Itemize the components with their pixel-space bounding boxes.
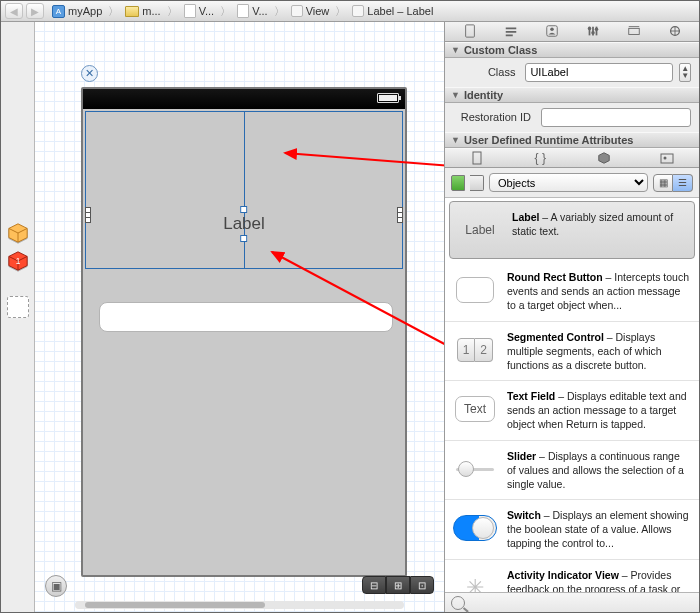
object-library-list[interactable]: Label Label – A variably sized amount of… xyxy=(445,198,699,592)
uitextfield[interactable] xyxy=(99,302,393,332)
svg-marker-21 xyxy=(599,153,610,164)
library-list-view[interactable]: ☰ xyxy=(673,174,693,192)
crumb-project[interactable]: A myApp xyxy=(49,1,107,21)
restoration-id-label: Restoration ID xyxy=(453,111,531,123)
svg-rect-6 xyxy=(505,28,516,30)
resize-handle-bottom[interactable] xyxy=(240,235,247,242)
crumb-project-label: myApp xyxy=(68,5,102,17)
size-inspector-tab[interactable] xyxy=(621,22,647,40)
lib-item-name: Label xyxy=(512,211,539,223)
library-item-activity-indicator[interactable]: ✳︎ Activity Indicator View – Provides fe… xyxy=(445,560,699,592)
section-udra[interactable]: ▼User Defined Runtime Attributes xyxy=(445,132,699,148)
restoration-id-field[interactable] xyxy=(541,108,691,127)
attributes-inspector-tab[interactable] xyxy=(580,22,606,40)
lib-item-name: Text Field xyxy=(507,390,555,402)
svg-rect-22 xyxy=(661,154,673,163)
crumb-folder-label: m... xyxy=(142,5,160,17)
media-library-tab[interactable] xyxy=(654,149,680,167)
library-item-slider[interactable]: Slider – Displays a continuous range of … xyxy=(445,441,699,501)
uilabel-text: Label xyxy=(223,214,265,233)
align-button[interactable]: ⊟ xyxy=(362,576,386,594)
class-field[interactable] xyxy=(525,63,673,82)
file-template-library-tab[interactable] xyxy=(464,149,490,167)
lib-item-name: Round Rect Button xyxy=(507,271,603,283)
pin-button[interactable]: ⊞ xyxy=(386,576,410,594)
library-filter-select[interactable]: Objects xyxy=(489,173,648,192)
quick-help-tab[interactable] xyxy=(498,22,524,40)
crumb-file1-label: V... xyxy=(199,5,215,17)
nav-forward-button[interactable]: ▶ xyxy=(26,3,44,19)
class-label: Class xyxy=(453,66,515,78)
thumb-switch-icon xyxy=(453,515,497,541)
device-view[interactable]: ✕ Label xyxy=(81,87,407,577)
first-responder-icon[interactable]: 1 xyxy=(7,250,29,272)
interface-builder-canvas[interactable]: ✕ Label ▣ ⊟ ⊞ xyxy=(35,22,444,612)
file-inspector-tab[interactable] xyxy=(457,22,483,40)
svg-point-16 xyxy=(594,28,598,32)
thumb-button-icon xyxy=(456,277,494,303)
object-library-tab[interactable] xyxy=(591,149,617,167)
crumb-current-label: Label – Label xyxy=(367,5,433,17)
library-scope-icon[interactable] xyxy=(451,175,465,191)
svg-rect-17 xyxy=(628,29,639,35)
svg-rect-7 xyxy=(505,31,516,33)
crumb-file2-label: V... xyxy=(252,5,268,17)
section-custom-class[interactable]: ▼Custom Class xyxy=(445,42,699,58)
status-bar xyxy=(83,89,405,109)
crumb-file-2[interactable]: V... xyxy=(234,1,273,21)
svg-rect-5 xyxy=(465,25,474,37)
library-grid-view[interactable]: ▦ xyxy=(653,174,673,192)
resize-handle-top[interactable] xyxy=(240,206,247,213)
library-search-bar[interactable] xyxy=(445,592,699,612)
jump-bar: ◀ ▶ A myApp 〉 m... 〉 V... 〉 V... 〉 View … xyxy=(1,1,699,22)
uilabel-selected[interactable]: Label xyxy=(223,214,265,234)
canvas-horizontal-scrollbar[interactable] xyxy=(75,601,404,609)
identity-inspector-tab[interactable] xyxy=(539,22,565,40)
library-item-text-field[interactable]: Text Text Field – Displays editable text… xyxy=(445,381,699,441)
crumb-view-label: View xyxy=(306,5,330,17)
thumb-spinner-icon: ✳︎ xyxy=(466,575,484,592)
section-identity-label: Identity xyxy=(464,89,503,101)
close-scene-button[interactable]: ✕ xyxy=(81,65,98,82)
utilities-panel: ▼Custom Class Class ▲▼ ▼Identity Restora… xyxy=(444,22,699,612)
svg-text:1: 1 xyxy=(15,257,20,266)
thumb-label-icon: Label xyxy=(465,223,494,237)
nav-back-button[interactable]: ◀ xyxy=(5,3,23,19)
battery-icon xyxy=(377,93,399,103)
thumb-segmented-icon: 12 xyxy=(457,338,493,362)
lib-item-name: Slider xyxy=(507,450,536,462)
library-item-segmented-control[interactable]: 12 Segmented Control – Displays multiple… xyxy=(445,322,699,382)
connections-inspector-tab[interactable] xyxy=(662,22,688,40)
crumb-selected-object[interactable]: Label – Label xyxy=(349,1,438,21)
class-stepper[interactable]: ▲▼ xyxy=(679,63,691,82)
resolve-button[interactable]: ⊡ xyxy=(410,576,434,594)
section-identity[interactable]: ▼Identity xyxy=(445,87,699,103)
svg-point-10 xyxy=(550,28,554,32)
library-item-switch[interactable]: Switch – Displays an element showing the… xyxy=(445,500,699,560)
section-custom-class-label: Custom Class xyxy=(464,44,537,56)
svg-point-14 xyxy=(587,27,591,31)
dock-rail: 1 xyxy=(1,22,35,612)
lib-item-name: Segmented Control xyxy=(507,331,604,343)
document-outline-toggle[interactable]: ▣ xyxy=(45,575,67,597)
alignment-guide xyxy=(244,111,245,269)
code-snippet-library-tab[interactable]: { } xyxy=(527,149,553,167)
crumb-folder[interactable]: m... xyxy=(122,1,165,21)
thumb-textfield-icon: Text xyxy=(455,396,495,422)
inspector-tab-bar xyxy=(445,22,699,42)
lib-item-name: Activity Indicator View xyxy=(507,569,619,581)
library-item-round-rect-button[interactable]: Round Rect Button – Intercepts touch eve… xyxy=(445,262,699,322)
thumb-slider-icon xyxy=(454,459,496,479)
crumb-file-1[interactable]: V... xyxy=(181,1,220,21)
library-scope-toggle[interactable] xyxy=(470,175,484,191)
svg-point-23 xyxy=(664,157,667,160)
svg-rect-20 xyxy=(473,152,481,164)
library-filter-bar: Objects ▦ ☰ xyxy=(445,168,699,198)
crumb-view[interactable]: View xyxy=(288,1,335,21)
library-tab-bar: { } xyxy=(445,148,699,168)
section-udra-label: User Defined Runtime Attributes xyxy=(464,134,634,146)
lib-item-name: Switch xyxy=(507,509,541,521)
files-owner-icon[interactable] xyxy=(7,222,29,244)
library-item-label[interactable]: Label Label – A variably sized amount of… xyxy=(449,201,695,259)
view-object-icon[interactable] xyxy=(7,296,29,318)
